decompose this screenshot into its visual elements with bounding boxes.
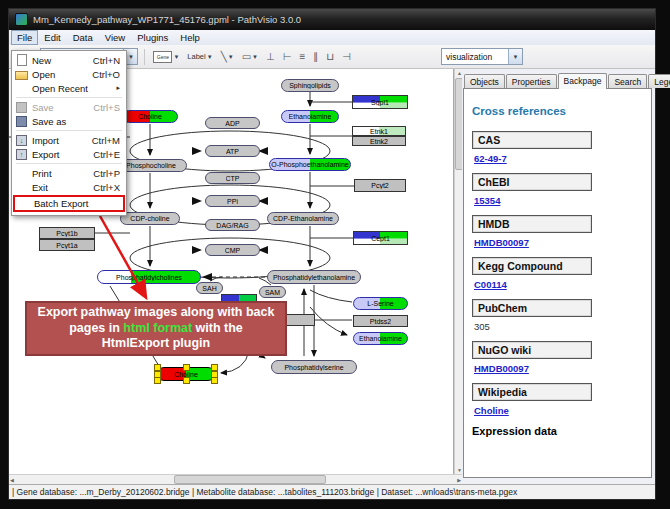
xref-link[interactable]: 15354 — [474, 195, 500, 206]
xref-section-wikipedia: WikipediaCholine — [472, 383, 643, 416]
pathway-node-o-phosphoethanolamine[interactable]: O-Phosphoethanolamine — [269, 158, 351, 171]
xref-link[interactable]: 62-49-7 — [474, 153, 507, 164]
file-menu-item-open-recent[interactable]: Open Recent▸ — [13, 81, 125, 95]
scroll-right-icon[interactable]: ▶ — [457, 477, 461, 483]
xref-section-hmdb: HMDBHMDB00097 — [472, 215, 643, 248]
pathway-node-sgpl1[interactable]: Sgpl1 — [352, 95, 408, 109]
align-left-icon[interactable]: ⊣ — [340, 48, 353, 65]
pathway-node-phosphatidylethanolamine[interactable]: Phosphatidylethanolamine — [267, 270, 361, 284]
menu-help[interactable]: Help — [174, 30, 206, 45]
tab-objects[interactable]: Objects — [464, 74, 505, 88]
pathway-node-atp[interactable]: ATP — [205, 145, 260, 157]
horizontal-scroll-thumb[interactable] — [174, 475, 326, 484]
pathway-node-cdp-ethanolamine[interactable]: CDP-Ethanolamine — [267, 212, 339, 225]
selection-handle[interactable] — [211, 364, 218, 371]
menu-separator — [16, 130, 122, 131]
pathway-node-phosphatidylserine[interactable]: Phosphatidylserine — [271, 360, 357, 374]
pathway-node-ptdss2[interactable]: Ptdss2 — [353, 315, 408, 327]
file-menu-item-new[interactable]: NewCtrl+N — [13, 53, 125, 67]
file-menu-item-label: Save as — [32, 116, 66, 127]
file-menu-item-save-as[interactable]: Save as — [13, 114, 125, 128]
xref-value[interactable]: Choline — [474, 405, 643, 416]
pathway-node-ppi[interactable]: PPi — [205, 195, 260, 207]
menu-data[interactable]: Data — [67, 30, 99, 45]
selection-handle[interactable] — [154, 377, 161, 384]
distribute-horizontal-icon[interactable]: ≡ — [297, 48, 307, 65]
selection-handle[interactable] — [154, 364, 161, 371]
expression-data-heading: Expression data — [472, 425, 643, 437]
file-menu-popup: NewCtrl+NOpenCtrl+OOpen Recent▸SaveCtrl+… — [11, 50, 127, 216]
menu-file[interactable]: File — [11, 30, 38, 45]
tab-search[interactable]: Search — [608, 74, 647, 88]
tab-properties[interactable]: Properties — [506, 74, 557, 88]
pathway-node-ethanolamine-bottom[interactable]: Ethanolamine — [353, 332, 408, 345]
menu-plugins[interactable]: Plugins — [131, 30, 174, 45]
pathway-node-ctp[interactable]: CTP — [205, 172, 260, 184]
horizontal-scrollbar[interactable]: ◀ ▶ — [9, 474, 462, 484]
pathway-node-pcyt2[interactable]: Pcyt2 — [354, 179, 406, 192]
chevron-down-icon[interactable]: ▼ — [173, 54, 179, 60]
file-menu-item-open[interactable]: OpenCtrl+O — [13, 67, 125, 81]
file-menu-item-save[interactable]: SaveCtrl+S — [13, 100, 125, 114]
xref-link[interactable]: HMDB00097 — [474, 363, 529, 374]
visualization-combobox[interactable]: visualization ▼ — [441, 48, 523, 65]
chevron-down-icon[interactable]: ▼ — [252, 54, 258, 60]
pathway-node-ethanolamine-top[interactable]: Ethanolamine — [281, 110, 339, 123]
menu-edit[interactable]: Edit — [38, 30, 66, 45]
file-menu-item-print[interactable]: PrintCtrl+P — [13, 166, 125, 180]
xref-value[interactable]: 62-49-7 — [474, 153, 643, 164]
xref-value[interactable]: HMDB00097 — [474, 237, 643, 248]
shape-tool[interactable]: ▭▼ — [240, 48, 260, 65]
gene-tool[interactable]: Gene▼ — [151, 48, 181, 65]
node-label: Ethanolamine — [359, 335, 402, 342]
pathway-node-dag[interactable]: DAG/RAG — [205, 219, 260, 231]
pathway-node-pcyt1a[interactable]: Pcyt1a — [39, 239, 95, 251]
label-tool[interactable]: Label▼ — [185, 48, 214, 65]
chevron-down-icon[interactable]: ▼ — [508, 49, 522, 64]
node-label: Sphingolipids — [289, 82, 331, 89]
pathway-node-adp[interactable]: ADP — [205, 117, 260, 129]
pathway-node-choline-top[interactable]: Choline — [122, 110, 178, 123]
selection-handle[interactable] — [211, 377, 218, 384]
pathway-node-cmp[interactable]: CMP — [205, 244, 260, 256]
xref-value[interactable]: C00114 — [474, 279, 643, 290]
xref-section-nugo-wiki: NuGO wikiHMDB00097 — [472, 341, 643, 374]
align-bottom-icon[interactable]: ⊔ — [324, 48, 336, 65]
pathway-node-sam[interactable]: SAM — [259, 286, 286, 298]
selection-handle[interactable] — [183, 377, 190, 384]
scroll-left-icon[interactable]: ◀ — [10, 477, 14, 483]
title-bar[interactable]: Mm_Kennedy_pathway_WP1771_45176.gpml - P… — [9, 9, 655, 30]
menu-separator — [16, 163, 122, 164]
xref-value[interactable]: 15354 — [474, 195, 643, 206]
menu-view[interactable]: View — [99, 30, 131, 45]
file-menu-item-exit[interactable]: ExitCtrl+X — [13, 180, 125, 194]
tab-backpage[interactable]: Backpage — [558, 73, 608, 89]
selection-handle[interactable] — [183, 364, 190, 371]
line-tool[interactable]: ╲▼ — [219, 48, 236, 65]
pathway-node-phosphatidylcholines[interactable]: Phosphatidylcholines — [97, 270, 201, 284]
align-center-vertical-icon[interactable]: ⊥ — [264, 48, 277, 65]
distribute-vertical-icon[interactable]: ∥ — [311, 48, 320, 65]
file-menu-item-export[interactable]: ↑ExportCtrl+E — [13, 147, 125, 161]
xref-section-pubchem: PubChem305 — [472, 299, 643, 332]
file-menu-item-batch-export[interactable]: Batch Export — [13, 195, 125, 212]
pathway-node-l-serine[interactable]: L-Serine — [353, 297, 408, 310]
pathway-node-etnk2[interactable]: Etnk2 — [352, 136, 406, 146]
xref-value[interactable]: HMDB00097 — [474, 363, 643, 374]
pathway-node-etnk1[interactable]: Etnk1 — [352, 126, 406, 136]
xref-link[interactable]: HMDB00097 — [474, 237, 529, 248]
xref-link[interactable]: C00114 — [474, 279, 507, 290]
align-center-horizontal-icon[interactable]: ⊢ — [281, 48, 294, 65]
pathway-node-pcyt1b[interactable]: Pcyt1b — [39, 227, 95, 239]
xref-link[interactable]: Choline — [474, 405, 509, 416]
node-label: CTP — [226, 175, 240, 182]
pathway-node-sphingolipids[interactable]: Sphingolipids — [281, 79, 339, 92]
file-menu-item-import[interactable]: ↓ImportCtrl+M — [13, 133, 125, 147]
tab-legend[interactable]: Legend — [648, 74, 670, 88]
pathway-node-sah[interactable]: SAH — [196, 282, 223, 294]
pathway-node-choline-selected[interactable]: Choline — [157, 367, 215, 381]
pathway-node-cdp-choline[interactable]: CDP-choline — [120, 212, 180, 225]
chevron-down-icon[interactable]: ▼ — [228, 54, 234, 60]
chevron-down-icon[interactable]: ▼ — [207, 54, 213, 60]
pathway-node-cept1[interactable]: Cept1 — [353, 231, 408, 245]
